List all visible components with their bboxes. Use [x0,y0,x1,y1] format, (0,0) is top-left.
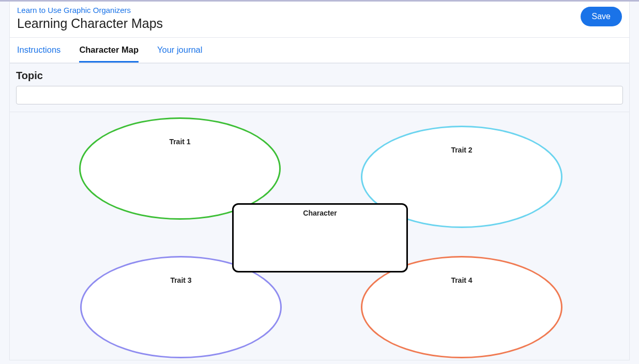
save-button[interactable]: Save [581,7,622,26]
tab-instructions[interactable]: Instructions [17,38,60,63]
character-box[interactable]: Character [232,203,408,272]
topic-input[interactable] [16,86,623,104]
header: Learn to Use Graphic Organizers Learning… [10,2,629,38]
topic-label: Topic [16,70,623,82]
header-left: Learn to Use Graphic Organizers Learning… [17,6,163,31]
tab-character-map[interactable]: Character Map [79,38,139,63]
page-header-card: Learn to Use Graphic Organizers Learning… [9,2,630,64]
tab-bar: Instructions Character Map Your journal [10,38,629,63]
breadcrumb[interactable]: Learn to Use Graphic Organizers [17,6,131,14]
tab-journal[interactable]: Your journal [157,38,202,63]
topic-section: Topic [9,64,630,112]
page-title: Learning Character Maps [17,16,163,31]
character-map-canvas: Trait 1 Trait 2 Trait 3 Trait 4 Characte… [9,112,630,360]
